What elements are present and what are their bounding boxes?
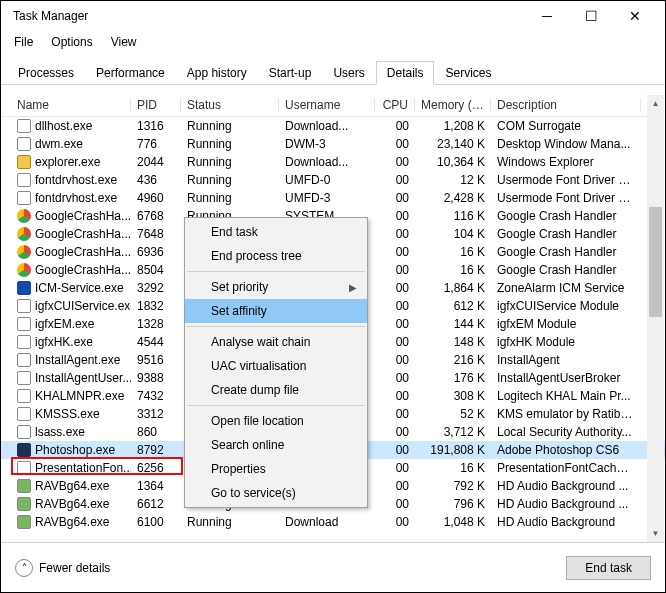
tab-processes[interactable]: Processes bbox=[7, 61, 85, 85]
process-description: InstallAgentUserBroker bbox=[491, 371, 641, 385]
tab-services[interactable]: Services bbox=[434, 61, 502, 85]
process-pid: 9388 bbox=[131, 371, 181, 385]
scroll-up-icon[interactable]: ▲ bbox=[647, 95, 664, 112]
process-icon bbox=[17, 461, 31, 475]
table-row[interactable]: fontdrvhost.exe4960RunningUMFD-3002,428 … bbox=[1, 189, 665, 207]
process-pid: 6768 bbox=[131, 209, 181, 223]
process-name: fontdrvhost.exe bbox=[35, 191, 117, 205]
process-icon bbox=[17, 209, 31, 223]
process-cpu: 00 bbox=[375, 173, 415, 187]
process-cpu: 00 bbox=[375, 389, 415, 403]
process-memory: 10,364 K bbox=[415, 155, 491, 169]
process-description: HD Audio Background bbox=[491, 515, 641, 529]
process-name: igfxCUIService.exe bbox=[35, 299, 131, 313]
process-cpu: 00 bbox=[375, 425, 415, 439]
ctx-set-affinity[interactable]: Set affinity bbox=[185, 299, 367, 323]
ctx-uac-virtualisation[interactable]: UAC virtualisation bbox=[185, 354, 367, 378]
col-cpu[interactable]: CPU bbox=[375, 98, 415, 112]
scrollbar[interactable]: ▲ ▼ bbox=[647, 95, 664, 542]
process-icon bbox=[17, 281, 31, 295]
process-user: UMFD-0 bbox=[279, 173, 375, 187]
col-pid[interactable]: PID bbox=[131, 98, 181, 112]
ctx-properties[interactable]: Properties bbox=[185, 457, 367, 481]
process-name: RAVBg64.exe bbox=[35, 497, 110, 511]
process-memory: 104 K bbox=[415, 227, 491, 241]
process-name: lsass.exe bbox=[35, 425, 85, 439]
process-memory: 16 K bbox=[415, 245, 491, 259]
ctx-create-dump-file[interactable]: Create dump file bbox=[185, 378, 367, 402]
ctx-go-to-services[interactable]: Go to service(s) bbox=[185, 481, 367, 505]
tab-startup[interactable]: Start-up bbox=[258, 61, 323, 85]
process-cpu: 00 bbox=[375, 227, 415, 241]
process-description: Logitech KHAL Main Pr... bbox=[491, 389, 641, 403]
process-pid: 3312 bbox=[131, 407, 181, 421]
window-title: Task Manager bbox=[9, 9, 525, 23]
table-row[interactable]: fontdrvhost.exe436RunningUMFD-00012 KUse… bbox=[1, 171, 665, 189]
process-memory: 1,208 K bbox=[415, 119, 491, 133]
process-cpu: 00 bbox=[375, 299, 415, 313]
ctx-end-process-tree[interactable]: End process tree bbox=[185, 244, 367, 268]
process-memory: 52 K bbox=[415, 407, 491, 421]
process-cpu: 00 bbox=[375, 443, 415, 457]
table-row[interactable]: explorer.exe2044RunningDownload...0010,3… bbox=[1, 153, 665, 171]
fewer-details-button[interactable]: ˄ Fewer details bbox=[15, 559, 110, 577]
tab-app-history[interactable]: App history bbox=[176, 61, 258, 85]
col-status[interactable]: Status bbox=[181, 98, 279, 112]
tab-details[interactable]: Details bbox=[376, 61, 435, 85]
col-username[interactable]: Username bbox=[279, 98, 375, 112]
process-status: Running bbox=[181, 137, 279, 151]
col-name[interactable]: Name bbox=[11, 98, 131, 112]
end-task-button[interactable]: End task bbox=[566, 556, 651, 580]
process-memory: 16 K bbox=[415, 461, 491, 475]
process-user: UMFD-3 bbox=[279, 191, 375, 205]
process-pid: 7432 bbox=[131, 389, 181, 403]
process-description: Usermode Font Driver H... bbox=[491, 173, 641, 187]
process-name: GoogleCrashHa... bbox=[35, 245, 131, 259]
separator bbox=[187, 405, 365, 406]
chevron-up-icon: ˄ bbox=[15, 559, 33, 577]
process-cpu: 00 bbox=[375, 407, 415, 421]
process-cpu: 00 bbox=[375, 119, 415, 133]
process-memory: 216 K bbox=[415, 353, 491, 367]
tab-performance[interactable]: Performance bbox=[85, 61, 176, 85]
ctx-set-priority[interactable]: Set priority▶ bbox=[185, 275, 367, 299]
col-description[interactable]: Description bbox=[491, 98, 641, 112]
process-memory: 796 K bbox=[415, 497, 491, 511]
process-description: PresentationFontCache.... bbox=[491, 461, 641, 475]
process-pid: 4960 bbox=[131, 191, 181, 205]
scroll-thumb[interactable] bbox=[649, 207, 662, 317]
menu-options[interactable]: Options bbox=[44, 33, 99, 51]
process-memory: 1,864 K bbox=[415, 281, 491, 295]
process-name: GoogleCrashHa... bbox=[35, 263, 131, 277]
process-pid: 860 bbox=[131, 425, 181, 439]
process-description: Google Crash Handler bbox=[491, 227, 641, 241]
close-button[interactable]: ✕ bbox=[613, 2, 657, 30]
process-cpu: 00 bbox=[375, 461, 415, 475]
process-name: dwm.exe bbox=[35, 137, 83, 151]
process-memory: 792 K bbox=[415, 479, 491, 493]
menu-file[interactable]: File bbox=[7, 33, 40, 51]
tab-users[interactable]: Users bbox=[322, 61, 375, 85]
table-row[interactable]: RAVBg64.exe6100RunningDownload001,048 KH… bbox=[1, 513, 665, 531]
minimize-button[interactable]: ─ bbox=[525, 2, 569, 30]
ctx-search-online[interactable]: Search online bbox=[185, 433, 367, 457]
process-name: explorer.exe bbox=[35, 155, 100, 169]
ctx-end-task[interactable]: End task bbox=[185, 220, 367, 244]
scroll-down-icon[interactable]: ▼ bbox=[647, 525, 664, 542]
process-icon bbox=[17, 155, 31, 169]
process-name: GoogleCrashHa... bbox=[35, 227, 131, 241]
process-memory: 3,712 K bbox=[415, 425, 491, 439]
menu-view[interactable]: View bbox=[104, 33, 144, 51]
table-row[interactable]: dllhost.exe1316RunningDownload...001,208… bbox=[1, 117, 665, 135]
col-memory[interactable]: Memory (p... bbox=[415, 98, 491, 112]
process-cpu: 00 bbox=[375, 281, 415, 295]
process-description: Local Security Authority... bbox=[491, 425, 641, 439]
process-icon bbox=[17, 245, 31, 259]
process-name: InstallAgent.exe bbox=[35, 353, 120, 367]
process-memory: 144 K bbox=[415, 317, 491, 331]
ctx-analyse-wait-chain[interactable]: Analyse wait chain bbox=[185, 330, 367, 354]
table-row[interactable]: dwm.exe776RunningDWM-30023,140 KDesktop … bbox=[1, 135, 665, 153]
ctx-open-file-location[interactable]: Open file location bbox=[185, 409, 367, 433]
maximize-button[interactable]: ☐ bbox=[569, 2, 613, 30]
process-icon bbox=[17, 407, 31, 421]
